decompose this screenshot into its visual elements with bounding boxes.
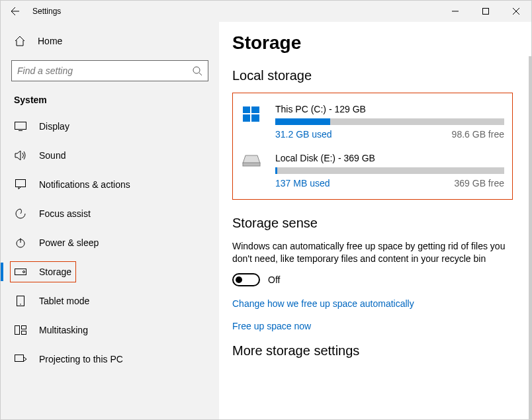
storage-sense-toggle[interactable] xyxy=(232,273,260,286)
more-storage-heading: More storage settings xyxy=(232,343,513,358)
sidebar-home-label: Home xyxy=(38,36,62,46)
drive-free: 369 GB free xyxy=(455,178,505,189)
home-icon xyxy=(14,35,27,47)
titlebar: Settings xyxy=(1,1,531,22)
search-icon xyxy=(192,65,202,76)
sidebar-item-label: Storage xyxy=(39,267,71,277)
svg-rect-14 xyxy=(251,106,259,113)
link-free-up-now[interactable]: Free up space now xyxy=(232,321,513,331)
multitasking-icon xyxy=(14,325,27,335)
svg-rect-16 xyxy=(251,114,259,122)
back-button[interactable] xyxy=(1,1,27,22)
storage-sense-description: Windows can automatically free up space … xyxy=(232,240,510,265)
back-arrow-icon xyxy=(9,6,19,17)
sidebar-item-label: Multitasking xyxy=(39,325,88,335)
svg-rect-11 xyxy=(22,331,26,335)
scrollbar[interactable] xyxy=(529,56,531,419)
svg-rect-10 xyxy=(22,326,26,329)
local-storage-heading: Local storage xyxy=(232,68,513,83)
sidebar-item-storage[interactable]: Storage xyxy=(1,257,219,286)
search-input[interactable] xyxy=(17,65,192,76)
main-content: Storage Local storage This PC (C:) - 129… xyxy=(219,22,531,419)
drive-c[interactable]: This PC (C:) - 129 GB 31.2 GB used 98.6 … xyxy=(238,100,504,149)
notifications-icon xyxy=(14,179,27,190)
sidebar-item-multitasking[interactable]: Multitasking xyxy=(1,315,219,345)
svg-point-6 xyxy=(23,271,25,273)
close-icon xyxy=(513,8,519,15)
drive-progress xyxy=(275,118,504,125)
sidebar-item-label: Focus assist xyxy=(39,208,91,219)
sidebar-item-power-sleep[interactable]: Power & sleep xyxy=(1,228,219,257)
svg-point-8 xyxy=(20,304,21,305)
sidebar-item-notifications[interactable]: Notifications & actions xyxy=(1,170,219,199)
sidebar-item-label: Tablet mode xyxy=(39,296,89,306)
drive-used: 31.2 GB used xyxy=(275,129,332,140)
tablet-icon xyxy=(14,296,27,306)
sidebar-item-label: Projecting to this PC xyxy=(39,354,123,364)
drives-highlight-box: This PC (C:) - 129 GB 31.2 GB used 98.6 … xyxy=(232,93,513,200)
minimize-button[interactable] xyxy=(440,1,470,22)
window-title: Settings xyxy=(27,7,61,16)
sidebar: Home System Display Sound Notifications … xyxy=(1,22,219,419)
drive-title: This PC (C:) - 129 GB xyxy=(275,104,504,114)
drive-progress xyxy=(275,167,504,174)
page-title: Storage xyxy=(232,32,513,54)
svg-rect-15 xyxy=(243,114,250,122)
maximize-button[interactable] xyxy=(470,1,501,22)
projecting-icon xyxy=(14,355,27,364)
svg-rect-2 xyxy=(15,122,26,130)
display-icon xyxy=(14,122,27,131)
close-button[interactable] xyxy=(501,1,531,22)
toggle-label: Off xyxy=(268,274,280,285)
minimize-icon xyxy=(452,8,459,15)
sidebar-item-projecting[interactable]: Projecting to this PC xyxy=(1,345,219,374)
drive-used: 137 MB used xyxy=(275,178,330,189)
windows-drive-icon xyxy=(238,104,265,130)
drive-title: Local Disk (E:) - 369 GB xyxy=(275,153,504,163)
link-change-free-up[interactable]: Change how we free up space automaticall… xyxy=(232,298,513,309)
svg-rect-3 xyxy=(16,180,26,187)
sidebar-item-label: Notifications & actions xyxy=(39,179,130,190)
drive-e[interactable]: Local Disk (E:) - 369 GB 137 MB used 369… xyxy=(238,149,504,192)
svg-rect-12 xyxy=(15,355,24,362)
maximize-icon xyxy=(482,8,489,15)
svg-rect-9 xyxy=(15,326,20,335)
sidebar-item-focus-assist[interactable]: Focus assist xyxy=(1,199,219,228)
sidebar-item-display[interactable]: Display xyxy=(1,112,219,141)
svg-rect-5 xyxy=(15,269,26,275)
search-box[interactable] xyxy=(11,60,208,81)
drive-free: 98.6 GB free xyxy=(452,129,504,140)
sidebar-item-label: Power & sleep xyxy=(39,237,99,248)
svg-rect-0 xyxy=(483,9,489,15)
sidebar-group-system: System xyxy=(1,91,219,112)
sidebar-home[interactable]: Home xyxy=(1,30,219,52)
svg-rect-17 xyxy=(243,163,260,166)
svg-point-1 xyxy=(193,67,200,73)
power-icon xyxy=(14,237,27,248)
sidebar-item-sound[interactable]: Sound xyxy=(1,141,219,170)
storage-sense-heading: Storage sense xyxy=(232,216,513,231)
sidebar-item-tablet-mode[interactable]: Tablet mode xyxy=(1,286,219,315)
sidebar-item-label: Display xyxy=(39,121,69,132)
storage-icon xyxy=(14,269,27,275)
svg-rect-13 xyxy=(243,106,250,113)
disk-drive-icon xyxy=(238,153,265,179)
focus-assist-icon xyxy=(14,208,27,219)
sound-icon xyxy=(14,150,27,161)
sidebar-item-label: Sound xyxy=(39,150,66,161)
